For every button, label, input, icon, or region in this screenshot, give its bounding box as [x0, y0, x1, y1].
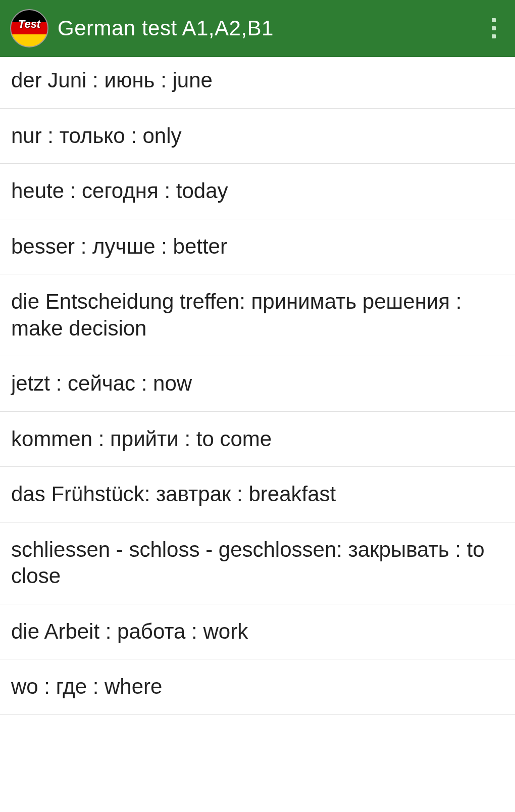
app-icon-label: Test — [18, 18, 40, 31]
list-item[interactable]: schliessen - schloss - geschlossen: закр… — [0, 522, 515, 604]
menu-dot-icon — [492, 34, 496, 38]
app-bar: Test German test A1,A2,B1 — [0, 0, 515, 57]
menu-dot-icon — [492, 18, 496, 22]
vocabulary-text: nur : только : only — [11, 124, 182, 148]
vocabulary-text: die Entscheidung treffen: принимать реше… — [11, 290, 461, 340]
list-item[interactable]: jetzt : сейчас : now — [0, 356, 515, 412]
list-item[interactable]: kommen : прийти : to come — [0, 412, 515, 467]
list-item[interactable]: das Frühstück: завтрак : breakfast — [0, 467, 515, 522]
list-item[interactable]: der Juni : июнь : june — [0, 57, 515, 109]
vocabulary-text: schliessen - schloss - geschlossen: закр… — [11, 538, 485, 588]
list-item[interactable]: die Entscheidung treffen: принимать реше… — [0, 274, 515, 356]
list-item[interactable]: die Arbeit : работа : work — [0, 604, 515, 660]
list-item[interactable]: besser : лучше : better — [0, 219, 515, 275]
vocabulary-text: besser : лучше : better — [11, 234, 227, 258]
list-item[interactable]: wo : где : where — [0, 659, 515, 715]
list-item[interactable]: heute : сегодня : today — [0, 164, 515, 219]
app-title: German test A1,A2,B1 — [58, 16, 274, 40]
vocabulary-text: die Arbeit : работа : work — [11, 619, 248, 643]
list-item[interactable]: nur : только : only — [0, 109, 515, 164]
vocabulary-text: jetzt : сейчас : now — [11, 371, 192, 395]
vocabulary-text: der Juni : июнь : june — [11, 68, 213, 92]
app-icon: Test — [10, 9, 48, 47]
vocabulary-text: wo : где : where — [11, 675, 162, 698]
vocabulary-text: das Frühstück: завтрак : breakfast — [11, 482, 336, 506]
overflow-menu-button[interactable] — [487, 13, 501, 43]
vocabulary-text: kommen : прийти : to come — [11, 427, 272, 451]
vocabulary-text: heute : сегодня : today — [11, 179, 228, 203]
menu-dot-icon — [492, 26, 496, 30]
vocabulary-list: der Juni : июнь : june nur : только : on… — [0, 57, 515, 715]
